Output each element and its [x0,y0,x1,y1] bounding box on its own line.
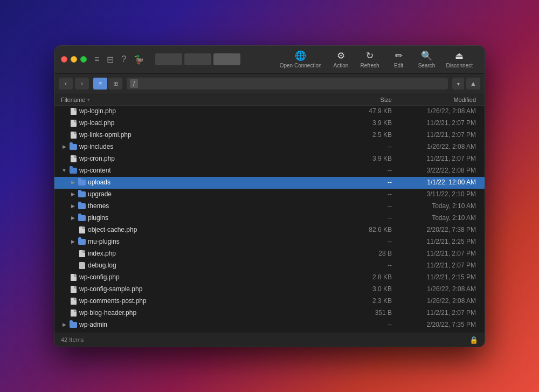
list-item[interactable]: wp-links-opml.php 2.5 KB 11/2/21, 2:07 P… [54,129,485,141]
list-view-icon[interactable]: ≡ [94,54,99,65]
path-seg-2 [184,53,211,65]
filename-column-header[interactable]: Filename ▾ [61,97,349,103]
file-name: upgrade [88,190,112,198]
file-icon [70,107,77,115]
file-name: wp-blog-header.php [79,309,136,317]
file-modified: 11/2/21, 2:07 PM [392,155,478,162]
file-name: plugins [88,214,108,222]
search-icon: 🔍 [421,50,432,61]
collapse-icon[interactable]: ▼ [61,167,67,174]
file-modified: 3/11/22, 2:10 PM [392,190,478,198]
nav-bar: ‹ › ≡ ⊞ / ▾ ▲ [54,74,485,94]
list-item[interactable]: ▶ mu-plugins -- 11/2/21, 2:25 PM [54,236,485,248]
minimize-button[interactable] [71,56,77,63]
file-size: -- [349,262,392,269]
file-name: index.php [88,250,116,257]
file-row-content: ▶ themes [61,202,349,210]
file-row-content: ▶ wp-includes [61,143,349,150]
list-view-button[interactable]: ≡ [93,78,107,90]
file-row-content: wp-blog-header.php [61,309,349,317]
file-name: wp-config.php [79,273,120,281]
list-item[interactable]: wp-comments-post.php 2.3 KB 1/26/22, 2:0… [54,295,485,307]
folder-icon [78,178,86,186]
file-row-content: ▶ mu-plugins [61,238,349,245]
expand-icon[interactable]: ▶ [70,179,76,185]
file-modified: 11/2/21, 2:07 PM [392,119,478,127]
file-modified: 11/2/21, 2:07 PM [392,250,478,257]
list-item[interactable]: wp-config.php 2.8 KB 11/2/21, 2:15 PM [54,272,485,284]
file-size: -- [349,202,392,210]
list-item[interactable]: ▶ themes -- Today, 2:10 AM [54,201,485,212]
status-text: 42 Items [61,336,469,343]
file-row-content: wp-cron.php [61,155,349,162]
edit-button[interactable]: ✏ Edit [385,48,413,71]
list-item[interactable]: object-cache.php 82.6 KB 2/20/22, 7:38 P… [54,224,485,236]
list-item[interactable]: wp-load.php 3.9 KB 11/2/21, 2:07 PM [54,118,485,129]
expand-icon[interactable]: ▶ [70,191,76,197]
up-button[interactable]: ▲ [466,78,480,90]
file-list-container[interactable]: Filename ▾ Size Modified wp-login.php 47… [54,94,485,333]
file-name: wp-config-sample.php [79,285,142,293]
expand-icon[interactable]: ▶ [61,321,67,328]
file-name: uploads [88,178,110,186]
file-modified: Today, 2:10 AM [392,214,478,222]
list-item[interactable]: wp-cron.php 3.9 KB 11/2/21, 2:07 PM [54,153,485,165]
list-item[interactable]: ▼ wp-content -- 3/22/22, 2:08 PM [54,165,485,177]
close-button[interactable] [61,56,67,63]
file-row-content: ▶ uploads [61,178,349,186]
bookmark-icon[interactable]: ⊟ [107,54,114,65]
list-item[interactable]: debug.log -- 11/2/21, 2:07 PM [54,260,485,272]
column-view-button[interactable]: ⊞ [108,78,122,90]
file-name: mu-plugins [88,238,120,245]
file-name: wp-includes [79,143,113,150]
file-row-content: wp-config.php [61,273,349,281]
sort-icon: ▾ [87,97,90,102]
file-modified: 11/2/21, 2:15 PM [392,273,478,281]
list-item[interactable]: wp-blog-header.php 351 B 11/2/21, 2:07 P… [54,307,485,319]
disconnect-button[interactable]: ⏏ Disconnect [441,48,478,71]
list-header: Filename ▾ Size Modified [54,94,485,106]
list-item[interactable]: index.php 28 B 11/2/21, 2:07 PM [54,248,485,260]
file-row-content: ▶ wp-admin [61,321,349,328]
expand-icon[interactable]: ▶ [70,203,76,209]
list-item[interactable]: ▶ plugins -- Today, 2:10 AM [54,212,485,224]
search-button[interactable]: 🔍 Search [413,48,441,71]
file-name: themes [88,202,109,210]
list-item[interactable]: ▶ upgrade -- 3/11/22, 2:10 PM [54,189,485,201]
size-column-header[interactable]: Size [349,97,392,103]
action-button[interactable]: ⚙ Action [327,48,355,71]
maximize-button[interactable] [80,56,87,63]
expand-icon[interactable]: ▶ [70,215,76,221]
edit-icon: ✏ [395,50,403,61]
list-item[interactable]: ▶ uploads -- 1/1/22, 12:00 AM [54,177,485,189]
file-modified: 1/26/22, 2:08 AM [392,107,478,115]
traffic-lights [61,56,87,63]
forward-button[interactable]: › [75,78,89,90]
breadcrumb-dropdown[interactable]: ▾ [452,78,464,90]
list-item[interactable]: ▶ wp-admin -- 2/20/22, 7:35 PM [54,319,485,331]
file-size: 2.5 KB [349,131,392,139]
file-row-content: ▶ plugins [61,214,349,222]
file-size: 47.9 KB [349,107,392,115]
modified-column-header[interactable]: Modified [392,97,478,103]
list-item[interactable]: wp-config-sample.php 3.0 KB 1/26/22, 2:0… [54,284,485,295]
file-row-content: index.php [61,250,349,257]
file-modified: 1/26/22, 2:08 AM [392,285,478,293]
list-item[interactable]: wp-login.php 47.9 KB 1/26/22, 2:08 AM [54,106,485,118]
file-row-content: wp-load.php [61,119,349,127]
breadcrumb-segment-1[interactable]: / [130,79,138,88]
refresh-icon: ↻ [366,50,374,61]
list-item[interactable]: ▶ wp-includes -- 1/26/22, 2:08 AM [54,141,485,153]
file-size: 3.0 KB [349,285,392,293]
path-bar [155,53,265,65]
open-connection-button[interactable]: 🌐 Open Connection [274,48,327,71]
file-icon [70,309,77,317]
file-name: wp-comments-post.php [79,297,147,305]
refresh-button[interactable]: ↻ Refresh [355,48,385,71]
expand-icon[interactable]: ▶ [70,238,76,245]
info-icon[interactable]: ? [121,54,126,65]
file-modified: 1/1/22, 12:00 AM [392,178,478,186]
back-button[interactable]: ‹ [59,78,73,90]
action-icon: ⚙ [337,50,345,61]
expand-icon[interactable]: ▶ [61,143,67,150]
